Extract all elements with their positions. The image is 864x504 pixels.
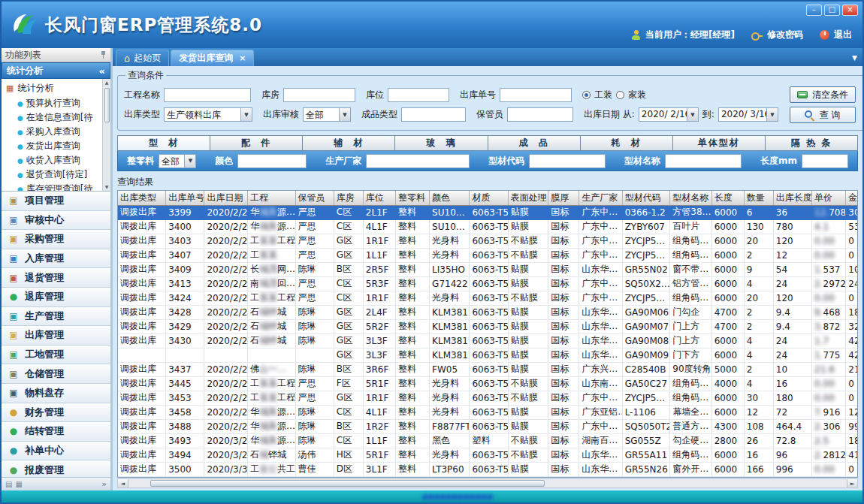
sidebar-item-outbound[interactable]: ▣出库管理 bbox=[2, 326, 110, 346]
product-type-input[interactable] bbox=[401, 107, 466, 122]
sidebar-item-finance[interactable]: ●财务管理 bbox=[2, 403, 110, 423]
tree-item[interactable]: ●退货查询[待定] bbox=[2, 167, 101, 182]
material-tab[interactable]: 配 件 bbox=[210, 135, 303, 151]
column-header[interactable]: 表面处理 bbox=[508, 191, 548, 205]
column-header[interactable]: 长度 bbox=[711, 191, 744, 205]
close-button[interactable]: × bbox=[842, 5, 858, 16]
table-row[interactable]: 调拨出库34072020/2/25工某某严思G区1L1F整料光身料6063-T5… bbox=[118, 248, 858, 262]
table-row[interactable]: G区3L3F整料KLM38176063-T5贴膜国标山东华…GA90M09…门下… bbox=[118, 348, 858, 362]
tab-home[interactable]: ⌂ 起始页 bbox=[116, 50, 169, 66]
profile-code-input[interactable] bbox=[529, 154, 606, 168]
panel-monitor-icon[interactable]: ▤ bbox=[5, 480, 12, 488]
project-name-input[interactable] bbox=[164, 88, 251, 102]
out-type-select[interactable]: 生产领料出库 ▼ bbox=[164, 107, 252, 122]
table-row[interactable]: 调拨出库34242020/2/26工某某工程严思C区1R1F整料光身料6063-… bbox=[118, 291, 858, 305]
sidebar-item-inventory[interactable]: ▣物料盘存 bbox=[2, 384, 110, 403]
order-no-input[interactable] bbox=[500, 88, 572, 102]
column-header[interactable]: 材质 bbox=[470, 191, 508, 205]
maker-input[interactable] bbox=[366, 154, 470, 168]
tree-item[interactable]: ●收货入库查询 bbox=[2, 153, 101, 167]
column-header[interactable]: 整零料 bbox=[395, 191, 429, 205]
sidebar-item-site[interactable]: ▣工地管理 bbox=[2, 346, 110, 365]
search-button[interactable]: 查 询 bbox=[790, 107, 856, 123]
material-tab[interactable]: 单体型材 bbox=[673, 135, 766, 151]
column-header[interactable]: 金 bbox=[846, 191, 858, 205]
table-row[interactable]: 调拨出库34092020/2/25长城茂网…陈琳B区2R5F整料LI35HO60… bbox=[118, 262, 858, 276]
table-row[interactable]: 调拨出库34132020/2/26南城茂回…严思C区5R3F整料G7142260… bbox=[118, 276, 858, 291]
column-header[interactable]: 保管员 bbox=[295, 191, 334, 205]
table-row[interactable]: 调拨出库34292020/2/26石城铧城陈琳G区5R2F整料KLM381760… bbox=[118, 319, 858, 333]
radio-gongzhuang[interactable] bbox=[582, 91, 591, 99]
table-row[interactable]: 调拨出库34582020/2/28华城美源…陈琳C区4L1F整料光身料6063-… bbox=[118, 405, 858, 419]
sidebar-item-storage[interactable]: ▣仓储管理 bbox=[2, 364, 110, 384]
radio-jiazhuang[interactable] bbox=[616, 91, 624, 99]
sidebar-item-audit[interactable]: ▣审核中心 bbox=[2, 211, 110, 231]
length-input[interactable] bbox=[802, 154, 848, 168]
maximize-button[interactable]: □ bbox=[824, 5, 840, 16]
table-row[interactable]: 调拨出库35002020/3/3工业公共工程曹佳D区3L1F整料LT3P6060… bbox=[118, 462, 858, 476]
scrollbar-thumb[interactable] bbox=[150, 480, 545, 487]
material-tab[interactable]: 隔 热 条 bbox=[766, 135, 858, 151]
keeper-input[interactable] bbox=[507, 107, 573, 122]
scroll-down-icon[interactable]: ▼ bbox=[105, 183, 109, 191]
scrollbar-thumb[interactable] bbox=[104, 88, 110, 122]
sidebar-item-carryover[interactable]: ●结转管理 bbox=[2, 422, 110, 442]
location-input[interactable] bbox=[388, 88, 449, 102]
table-row[interactable]: 调拨出库34942020/3/2石城铧城汤伟H区5R1F整料光身料6063-T5… bbox=[118, 448, 858, 462]
table-row[interactable]: 调拨出库35102020/3/4工业公共工程陈琳F区5R1F整料光身料6063-… bbox=[118, 476, 858, 478]
sidebar-section-statistics[interactable]: 统计分析 « bbox=[2, 62, 110, 79]
table-row[interactable]: 调拨出库33992020/2/25华城美源…严思C区2L1F整料SU10…606… bbox=[118, 205, 858, 219]
chevron-down-icon[interactable]: ▼ bbox=[240, 108, 252, 121]
material-tab[interactable]: 成 品 bbox=[488, 135, 581, 151]
date-from-picker[interactable]: 2020/ 2/16 ▼ bbox=[639, 107, 699, 122]
audit-select[interactable]: 全部 ▼ bbox=[303, 107, 351, 122]
table-row[interactable]: 调拨出库34302020/2/26石城铧城陈琳G区3L3F整料KLM381760… bbox=[118, 333, 858, 348]
tab-overflow-icon[interactable]: ▼ bbox=[852, 54, 857, 62]
column-header[interactable]: 出库日期 bbox=[204, 191, 247, 205]
column-header[interactable]: 出库长度 bbox=[773, 191, 811, 205]
chevron-down-icon[interactable]: ▼ bbox=[339, 108, 350, 121]
column-header[interactable]: 出库单号 bbox=[166, 191, 204, 205]
column-header[interactable]: 膜厚 bbox=[548, 191, 579, 205]
tree-item[interactable]: ●在途信息查询[待 bbox=[2, 110, 101, 125]
scroll-up-icon[interactable]: ▲ bbox=[105, 79, 109, 86]
sidebar-item-purchase[interactable]: ▣采购管理 bbox=[2, 230, 110, 249]
minimize-button[interactable]: – bbox=[806, 5, 822, 16]
sidebar-item-scrap[interactable]: ●报废管理 bbox=[2, 460, 110, 477]
column-header[interactable]: 工程 bbox=[247, 191, 295, 205]
material-tab[interactable]: 耗 材 bbox=[581, 135, 673, 151]
sidebar-item-project[interactable]: ▣项目管理 bbox=[2, 192, 110, 211]
tree-scrollbar[interactable]: ▲ ▼ bbox=[102, 79, 110, 191]
change-password-link[interactable]: 修改密码 bbox=[767, 29, 803, 41]
clear-conditions-button[interactable]: 清空条件 bbox=[790, 86, 856, 103]
chevron-down-icon[interactable]: ▼ bbox=[766, 108, 778, 121]
sidebar-item-inbound[interactable]: ▣入库管理 bbox=[2, 249, 110, 269]
material-tab[interactable]: 玻 璃 bbox=[395, 135, 488, 151]
tab-close-icon[interactable]: × bbox=[239, 53, 246, 63]
sidebar-item-return-store[interactable]: ●退库管理 bbox=[2, 288, 110, 307]
table-row[interactable]: 调拨出库34452020/2/27工某某工程严思F区5R1F整料光身料6063-… bbox=[118, 376, 858, 391]
scroll-right-icon[interactable]: ► bbox=[847, 479, 857, 487]
column-header[interactable]: 生产厂家 bbox=[579, 191, 622, 205]
table-row[interactable]: 调拨出库34282020/2/26石城铧城陈琳G区2L4F整料KLM381760… bbox=[118, 305, 858, 319]
column-header[interactable]: 单价 bbox=[812, 191, 846, 205]
warehouse-input[interactable] bbox=[283, 88, 355, 102]
column-header[interactable]: 出库类型 bbox=[118, 191, 166, 205]
tree-item[interactable]: ●发货出库查询 bbox=[2, 139, 101, 153]
tree-root[interactable]: ▦ 统计分析 bbox=[2, 80, 101, 96]
material-tab[interactable]: 辅 材 bbox=[303, 135, 395, 151]
date-to-picker[interactable]: 2020/ 3/16 ▼ bbox=[718, 107, 778, 122]
more-panels-button[interactable]: » bbox=[101, 479, 107, 489]
column-header[interactable]: 颜色 bbox=[430, 191, 470, 205]
column-header[interactable]: 型材名称 bbox=[670, 191, 711, 205]
profile-name-input[interactable] bbox=[665, 154, 742, 168]
color-input[interactable] bbox=[237, 154, 307, 168]
table-row[interactable]: 调拨出库34002020/2/25华城美源…严思C区4L1F整料SU10…606… bbox=[118, 219, 858, 234]
sidebar-item-supplement[interactable]: ●补单中心 bbox=[2, 442, 110, 461]
chevron-down-icon[interactable]: ▼ bbox=[184, 155, 195, 167]
material-tab[interactable]: 型 材 bbox=[117, 135, 210, 151]
whole-part-select[interactable]: 全部 ▼ bbox=[159, 154, 196, 168]
pin-icon[interactable] bbox=[100, 50, 107, 59]
logout-link[interactable]: 退出 bbox=[834, 29, 852, 41]
horizontal-scrollbar[interactable]: ◄ ► bbox=[117, 478, 858, 488]
